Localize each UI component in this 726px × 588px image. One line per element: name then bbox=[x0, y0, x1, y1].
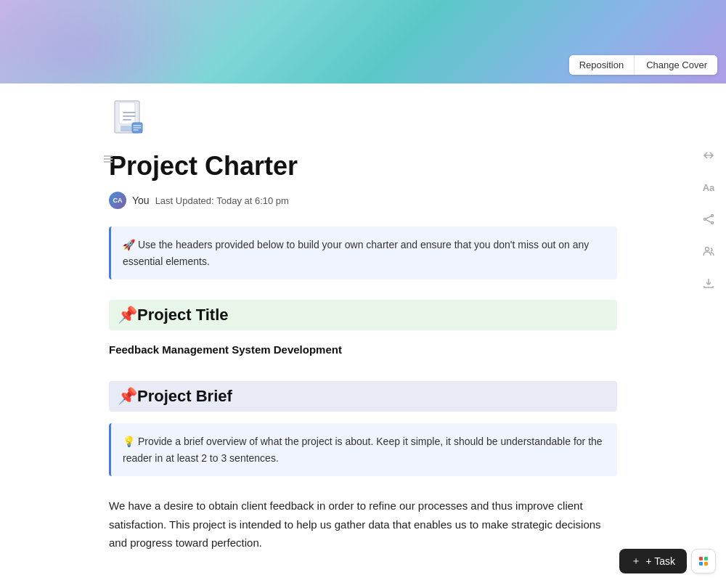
change-cover-button[interactable]: Change Cover bbox=[636, 55, 717, 75]
page-title: Project Charter bbox=[109, 150, 617, 181]
author-name: You bbox=[132, 195, 150, 206]
svg-point-0 bbox=[711, 215, 714, 217]
author-row: CA You Last Updated: Today at 6:10 pm bbox=[109, 192, 617, 209]
project-brief-section: 📌Project Brief 💡 Provide a brief overvie… bbox=[109, 381, 617, 552]
pin-icon-2: 📌 bbox=[118, 387, 137, 405]
share-icon[interactable] bbox=[698, 209, 719, 229]
svg-rect-16 bbox=[699, 562, 703, 565]
text-size-icon[interactable]: Aa bbox=[698, 177, 719, 197]
expand-icon[interactable] bbox=[698, 145, 719, 166]
svg-point-2 bbox=[711, 222, 714, 224]
svg-point-5 bbox=[706, 248, 709, 251]
project-title-heading: 📌Project Title bbox=[109, 300, 617, 330]
svg-line-3 bbox=[706, 216, 711, 219]
main-content: Project Charter CA You Last Updated: Tod… bbox=[65, 83, 661, 588]
pin-icon-1: 📌 bbox=[118, 306, 137, 324]
project-title-section: 📌Project Title Feedback Management Syste… bbox=[109, 300, 617, 359]
plus-icon: ＋ bbox=[631, 555, 641, 568]
list-toolbar-icon[interactable] bbox=[102, 152, 115, 169]
rocket-icon: 🚀 bbox=[123, 239, 138, 250]
grid-icon-button[interactable] bbox=[691, 549, 716, 573]
task-label: + Task bbox=[645, 555, 675, 567]
download-icon[interactable] bbox=[698, 273, 719, 293]
project-title-content: Feedback Management System Development bbox=[109, 342, 617, 359]
svg-line-4 bbox=[706, 220, 711, 222]
cover-image: Reposition Change Cover bbox=[0, 0, 726, 83]
svg-rect-14 bbox=[699, 557, 703, 560]
rocket-callout: 🚀 Use the headers provided below to buil… bbox=[109, 226, 617, 279]
task-button-container: ＋ + Task bbox=[619, 549, 716, 573]
bulb-icon: 💡 bbox=[123, 436, 138, 447]
project-brief-heading: 📌Project Brief bbox=[109, 381, 617, 412]
svg-rect-15 bbox=[704, 557, 708, 560]
document-icon bbox=[109, 98, 152, 142]
brief-callout-text: Provide a brief overview of what the pro… bbox=[123, 436, 603, 463]
reposition-button[interactable]: Reposition bbox=[569, 55, 635, 75]
rocket-callout-text: Use the headers provided below to build … bbox=[123, 239, 589, 266]
add-task-button[interactable]: ＋ + Task bbox=[619, 549, 687, 573]
brief-callout: 💡 Provide a brief overview of what the p… bbox=[109, 423, 617, 476]
svg-point-1 bbox=[704, 219, 706, 221]
last-updated-label: Last Updated: Today at 6:10 pm bbox=[155, 195, 289, 206]
avatar: CA bbox=[109, 192, 126, 209]
cover-action-buttons: Reposition Change Cover bbox=[569, 55, 717, 75]
svg-rect-17 bbox=[704, 562, 708, 565]
users-icon[interactable] bbox=[698, 241, 719, 261]
project-brief-content: We have a desire to obtain client feedba… bbox=[109, 497, 617, 552]
right-sidebar: Aa bbox=[698, 145, 719, 293]
